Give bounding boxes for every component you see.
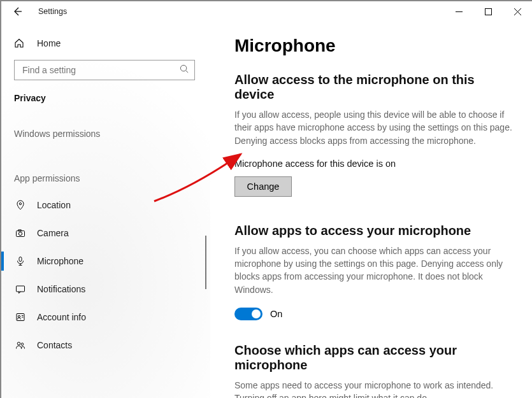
search-input[interactable] xyxy=(14,60,195,80)
notifications-icon xyxy=(14,284,27,294)
sidebar-home-label: Home xyxy=(37,38,61,48)
toggle-state-label: On xyxy=(270,309,282,319)
mic-access-status: Microphone access for this device is on xyxy=(234,159,514,169)
change-button-label: Change xyxy=(247,181,280,192)
sidebar-category-label: Privacy xyxy=(1,89,210,115)
sidebar-item-location[interactable]: Location xyxy=(1,191,210,219)
camera-icon xyxy=(14,228,27,238)
main-content: Microphone Allow access to the microphon… xyxy=(210,22,532,398)
contacts-icon xyxy=(14,340,27,350)
change-button[interactable]: Change xyxy=(234,176,292,197)
sidebar-item-camera[interactable]: Camera xyxy=(1,219,210,247)
section3-heading: Choose which apps can access your microp… xyxy=(234,343,514,373)
back-button[interactable] xyxy=(10,6,24,17)
sidebar-item-label: Notifications xyxy=(37,284,85,294)
sidebar-scrollbar[interactable] xyxy=(205,236,206,289)
svg-point-15 xyxy=(18,315,20,317)
sidebar-group-windows-permissions: Windows permissions xyxy=(1,115,210,146)
page-title: Microphone xyxy=(234,36,514,56)
home-icon xyxy=(14,38,27,48)
sidebar-home[interactable]: Home xyxy=(1,33,210,53)
sidebar-item-label: Microphone xyxy=(37,256,83,266)
sidebar-item-label: Camera xyxy=(37,228,69,238)
svg-rect-1 xyxy=(485,8,491,15)
section3-description: Some apps need to access your microphone… xyxy=(234,379,514,398)
window-title: Settings xyxy=(38,7,67,16)
sidebar-item-contacts[interactable]: Contacts xyxy=(1,331,210,359)
sidebar-group-app-permissions: App permissions xyxy=(1,146,210,191)
sidebar: Home Privacy Windows permissions App per… xyxy=(1,22,210,398)
svg-point-19 xyxy=(21,343,24,346)
apps-access-toggle[interactable] xyxy=(234,308,262,320)
svg-rect-9 xyxy=(18,230,21,231)
sidebar-item-microphone[interactable]: Microphone xyxy=(1,247,210,275)
section2-heading: Allow apps to access your microphone xyxy=(234,224,514,238)
svg-rect-10 xyxy=(19,257,22,262)
section2-description: If you allow access, you can choose whic… xyxy=(234,245,514,296)
svg-point-6 xyxy=(19,203,21,204)
sidebar-item-label: Contacts xyxy=(37,340,72,350)
close-button[interactable] xyxy=(503,1,532,22)
minimize-button[interactable] xyxy=(444,1,473,22)
section1-heading: Allow access to the microphone on this d… xyxy=(234,73,514,102)
account-info-icon xyxy=(14,312,27,322)
search-icon xyxy=(180,64,189,76)
location-icon xyxy=(14,200,27,210)
svg-rect-13 xyxy=(17,286,25,292)
sidebar-item-notifications[interactable]: Notifications xyxy=(1,275,210,303)
title-bar: Settings xyxy=(1,1,532,22)
svg-point-18 xyxy=(17,342,20,345)
svg-point-8 xyxy=(18,232,22,235)
search-field[interactable] xyxy=(21,64,180,76)
sidebar-item-account-info[interactable]: Account info xyxy=(1,303,210,331)
maximize-button[interactable] xyxy=(473,1,503,22)
microphone-icon xyxy=(14,256,27,266)
svg-point-4 xyxy=(180,65,186,71)
sidebar-item-label: Account info xyxy=(37,312,86,322)
svg-line-5 xyxy=(186,70,188,72)
sidebar-item-label: Location xyxy=(37,200,71,210)
section1-description: If you allow access, people using this d… xyxy=(234,108,514,147)
